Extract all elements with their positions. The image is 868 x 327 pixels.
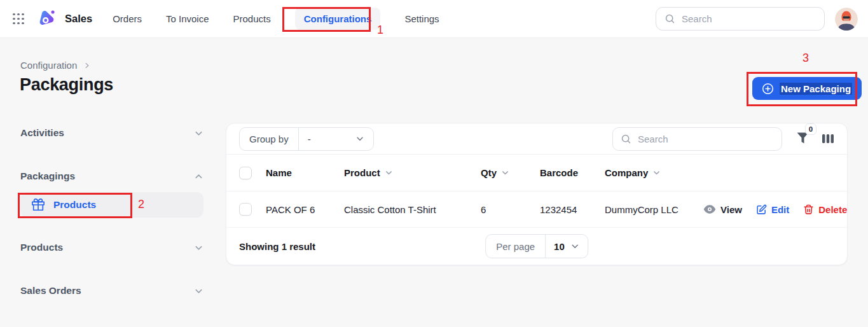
user-avatar[interactable] [835,8,858,31]
cell-name: PACK OF 6 [266,204,344,215]
nav-item-configurations[interactable]: Configurations [295,8,381,30]
cell-qty: 6 [481,204,540,215]
column-header-company[interactable]: Company [605,167,703,178]
table-header-row: Name Product Qty Barcode Company [226,155,847,191]
chevron-down-icon [652,169,661,177]
table-toolbar: Group by - 0 [226,123,847,155]
page-title: Packagings [20,75,113,95]
sidebar-section-label: Activities [20,127,64,139]
chevron-down-icon [501,169,509,177]
group-by-value: - [308,134,311,144]
group-by-label: Group by [240,128,298,150]
sidebar-item-products-packaging[interactable]: Products [20,192,203,218]
edit-action[interactable]: Edit [756,204,789,215]
row-actions: View Edit [703,204,847,215]
search-icon [621,134,631,144]
chevron-down-icon [194,286,203,296]
cell-company: DummyCorp LLC [605,204,703,215]
table-search[interactable] [612,127,782,151]
columns-icon[interactable] [822,133,834,144]
global-search[interactable] [656,7,825,31]
chevron-down-icon [385,169,393,177]
global-search-input[interactable] [682,13,816,24]
sales-app-screen: Sales Orders To Invoice Products Configu… [0,0,868,327]
sidebar-item-label: Products [53,199,96,211]
main-nav: Orders To Invoice Products Configuration… [113,8,439,30]
sidebar-section-products[interactable]: Products [20,239,203,256]
sidebar-section-sales-orders[interactable]: Sales Orders [20,282,203,299]
annotation-number-3: 3 [803,52,809,65]
eye-icon [703,204,716,214]
breadcrumb[interactable]: Configuration [20,60,91,71]
group-by-control: Group by - [239,127,374,151]
table-row: PACK OF 6 Classic Cotton T-Shirt 6 12324… [226,191,847,228]
sidebar-section-activities[interactable]: Activities [20,125,203,141]
sidebar-section-label: Products [20,242,63,253]
nav-item-orders[interactable]: Orders [113,13,142,24]
sidebar-section-packagings[interactable]: Packagings [20,168,203,184]
table-search-input[interactable] [638,134,774,144]
chevron-down-icon [194,243,203,253]
group-by-select[interactable]: - [298,128,373,150]
sidebar-section-label: Sales Orders [20,285,81,296]
new-packaging-button[interactable]: New Packaging [752,77,862,100]
breadcrumb-label[interactable]: Configuration [20,60,77,71]
trash-icon [803,204,814,215]
app-logo[interactable] [36,8,57,29]
chevron-down-icon [355,134,364,143]
app-name: Sales [65,13,92,25]
plus-circle-icon [762,83,774,95]
view-action[interactable]: View [703,204,742,215]
column-header-barcode: Barcode [540,167,605,178]
chevron-down-icon [194,129,203,138]
row-checkbox[interactable] [239,203,252,216]
gift-icon [31,198,45,212]
new-packaging-label: New Packaging [780,83,852,95]
select-all-checkbox[interactable] [239,167,252,179]
packagings-table-card: Group by - 0 [226,123,848,265]
cell-product: Classic Cotton T-Shirt [344,204,481,215]
sidebar-section-label: Packagings [20,170,75,182]
nav-item-products[interactable]: Products [233,13,271,24]
per-page-control: Per page 10 [485,234,588,258]
nav-item-settings[interactable]: Settings [404,13,439,24]
per-page-label: Per page [486,235,546,258]
chevron-right-icon [83,62,91,69]
edit-icon [756,204,767,215]
delete-action[interactable]: Delete [803,204,847,215]
per-page-select[interactable]: 10 [546,235,588,258]
search-icon [665,13,675,24]
chevron-down-icon [570,242,579,251]
chevron-up-icon [194,172,203,181]
column-header-product[interactable]: Product [344,167,481,178]
filter-count-badge: 0 [805,123,816,135]
filter-button[interactable]: 0 [796,132,810,146]
cell-barcode: 1232454 [540,204,605,215]
table-footer: Showing 1 result Per page 10 [226,228,847,265]
topbar: Sales Orders To Invoice Products Configu… [0,0,868,38]
apps-grid-icon[interactable] [13,13,24,25]
column-header-name: Name [266,167,344,178]
column-header-qty[interactable]: Qty [481,167,540,178]
results-summary: Showing 1 result [239,241,315,252]
nav-item-to-invoice[interactable]: To Invoice [166,13,209,24]
